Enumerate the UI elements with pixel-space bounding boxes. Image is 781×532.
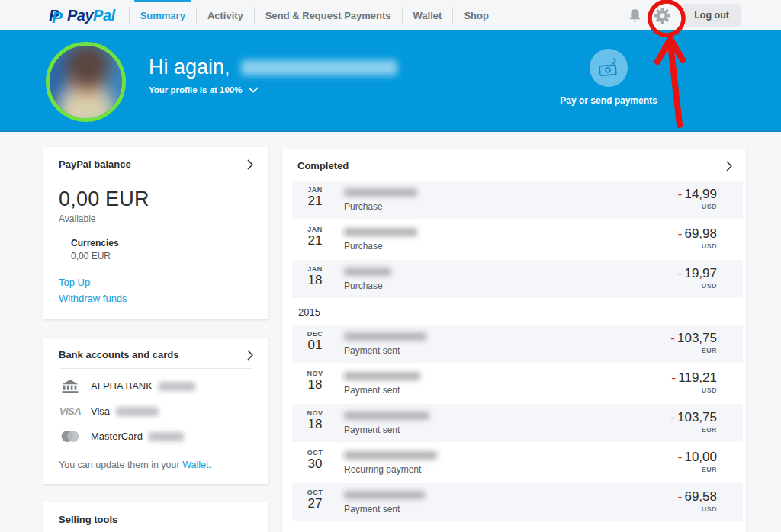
pay-or-send-payments-button[interactable]: Pay or send payments	[548, 49, 670, 106]
currencies-label: Currencies	[71, 238, 253, 248]
transaction-month: JAN	[298, 265, 332, 273]
paypal-balance-card: PayPal balance 0,00 EUR Available Curren…	[43, 147, 268, 319]
bank-icon	[59, 380, 82, 393]
paypal-wordmark: PayPal	[67, 7, 115, 24]
negative-sign: -	[672, 370, 677, 385]
balance-card-header[interactable]: PayPal balance	[59, 147, 253, 178]
selling-card-title: Selling tools	[59, 514, 117, 525]
wallet-link[interactable]: Wallet	[182, 460, 208, 470]
account-header: Hi again, Your profile is at 100% Pay or	[0, 30, 781, 132]
mastercard-row: MasterCard	[59, 424, 253, 449]
transaction-row[interactable]: NOV 18 Payment sent -103,75 EUR	[292, 404, 743, 442]
redacted-counterparty-name	[344, 451, 437, 460]
gear-icon[interactable]	[652, 5, 672, 25]
negative-sign: -	[670, 331, 675, 345]
transaction-date: DEC 01	[298, 325, 332, 363]
chevron-right-icon	[247, 159, 253, 170]
transaction-currency: EUR	[636, 466, 717, 473]
transaction-month: OCT	[298, 449, 332, 457]
bell-icon[interactable]	[625, 5, 644, 25]
transaction-row[interactable]: JAN 21 Purchase -14,99 USD	[292, 181, 743, 219]
transaction-currency: USD	[636, 505, 717, 513]
paypal-logo[interactable]: P P PayPal	[49, 6, 115, 24]
transaction-amount-block: -119,21 USD	[636, 364, 743, 402]
transaction-day: 21	[298, 194, 332, 209]
paypal-summary-page: P P PayPal Summary Activity Send & Reque…	[0, 0, 781, 532]
transaction-amount-block: -103,75 EUR	[636, 325, 743, 363]
transaction-type: Purchase	[344, 241, 636, 252]
transactions-header[interactable]: Completed	[282, 149, 746, 181]
transaction-amount-block: -69,58 USD	[636, 483, 743, 521]
transaction-amount: 69,58	[684, 489, 717, 504]
transaction-date: OCT 30	[298, 444, 332, 482]
chevron-down-icon	[248, 87, 259, 93]
nav-tab-send-request-payments[interactable]: Send & Request Payments	[265, 0, 391, 30]
nav-separator	[452, 7, 453, 24]
profile-completeness-toggle[interactable]: Your profile is at 100%	[149, 85, 397, 95]
transaction-date: NOV 18	[298, 404, 332, 442]
redacted-counterparty-name	[344, 412, 429, 420]
negative-sign: -	[678, 489, 683, 504]
transaction-month: NOV	[298, 409, 332, 417]
transaction-row[interactable]: NOV 18 Payment sent -119,21 USD	[292, 364, 743, 402]
transaction-amount: 69,98	[684, 226, 717, 241]
transaction-day: 18	[298, 273, 332, 288]
transaction-date: JAN 18	[298, 260, 332, 298]
transaction-day: 27	[298, 496, 332, 511]
nav-tab-shop[interactable]: Shop	[464, 0, 489, 30]
redacted-card-number	[149, 432, 184, 441]
transaction-month: JAN	[298, 186, 332, 194]
transaction-amount-block: -14,99 USD	[636, 181, 743, 219]
transaction-amount-block: -103,75 EUR	[636, 404, 743, 442]
logout-button[interactable]: Log out	[683, 4, 741, 27]
transaction-currency: USD	[636, 282, 717, 290]
accounts-footer: You can update them in your Wallet.	[43, 449, 268, 484]
negative-sign: -	[678, 226, 683, 241]
send-money-icon	[590, 49, 628, 87]
transaction-currency: USD	[636, 203, 717, 210]
transaction-amount: 10,00	[684, 450, 717, 464]
transaction-type: Recurring payment	[344, 464, 636, 475]
transaction-row[interactable]: JAN 18 Purchase -19,97 USD	[292, 260, 743, 298]
left-column: PayPal balance 0,00 EUR Available Curren…	[43, 147, 268, 532]
nav-separator	[254, 7, 255, 24]
transaction-amount-block: -19,97 USD	[636, 260, 743, 298]
transaction-date: JAN 21	[298, 220, 332, 258]
transaction-row[interactable]: OCT 30 Recurring payment -10,00 EUR	[292, 444, 743, 482]
transaction-amount-block: -69,98 USD	[636, 220, 743, 258]
balance-card-title: PayPal balance	[59, 159, 131, 170]
negative-sign: -	[678, 187, 683, 201]
transaction-month: JAN	[298, 226, 332, 233]
avatar[interactable]	[46, 42, 126, 122]
withdraw-funds-link[interactable]: Withdraw funds	[59, 293, 253, 304]
transaction-type: Payment sent	[344, 385, 636, 396]
transaction-currency: EUR	[636, 347, 717, 354]
negative-sign: -	[670, 410, 675, 425]
transaction-currency: EUR	[636, 426, 717, 434]
transaction-row[interactable]: OCT 27 Payment sent -69,58 USD	[292, 483, 743, 521]
transaction-amount: 103,75	[677, 410, 717, 425]
transaction-month: OCT	[298, 489, 332, 496]
transaction-month: NOV	[298, 370, 332, 377]
top-up-link[interactable]: Top Up	[59, 277, 253, 288]
transaction-row[interactable]: JAN 21 Purchase -69,98 USD	[292, 220, 743, 258]
transaction-amount: 14,99	[684, 187, 717, 201]
nav-tab-wallet[interactable]: Wallet	[413, 0, 442, 30]
bank-accounts-card: Bank accounts and cards	[43, 338, 268, 484]
avatar-blurred-photo	[46, 42, 126, 122]
transaction-row[interactable]: DEC 01 Payment sent -103,75 EUR	[292, 325, 743, 363]
redacted-counterparty-name	[344, 228, 417, 236]
nav-tab-summary[interactable]: Summary	[140, 0, 185, 30]
transaction-month: DEC	[298, 330, 332, 338]
transaction-day: 21	[298, 233, 332, 248]
transaction-day: 01	[298, 338, 332, 353]
transactions-title: Completed	[297, 160, 349, 171]
nav-tab-activity[interactable]: Activity	[207, 0, 243, 30]
completed-transactions-panel: Completed JAN 21 Purchase -14,99 USD JAN…	[282, 149, 746, 532]
transaction-date: OCT 27	[298, 483, 332, 521]
top-navigation: P P PayPal Summary Activity Send & Reque…	[0, 0, 781, 30]
paypal-monogram-icon: P P	[49, 6, 64, 24]
accounts-card-header[interactable]: Bank accounts and cards	[59, 338, 253, 369]
redacted-account-number	[159, 382, 195, 391]
year-divider: 2015	[292, 300, 743, 325]
